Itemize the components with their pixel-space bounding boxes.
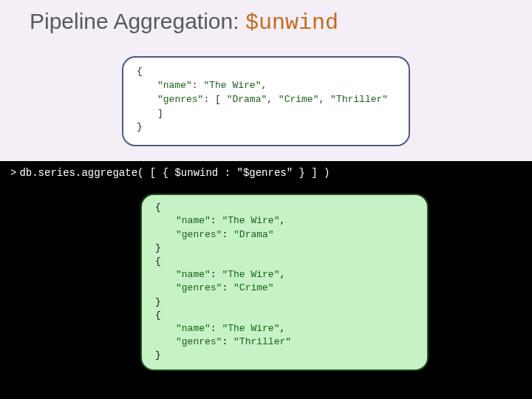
- out2-name-val: "The Wire": [222, 323, 279, 334]
- input-name-key: "name": [157, 80, 192, 91]
- prompt-icon: >: [10, 167, 16, 179]
- brace-open: {: [155, 202, 161, 213]
- sep: :: [211, 215, 222, 226]
- title-text: Pipeline Aggregation:: [30, 9, 245, 33]
- brace-close: }: [137, 121, 143, 132]
- input-genres-v2: "Crime": [279, 94, 319, 105]
- out0-name-val: "The Wire": [222, 215, 279, 226]
- comma: ,: [279, 215, 285, 226]
- out2-genres-val: "Thriller": [233, 336, 291, 347]
- out0-genres-val: "Drama": [233, 229, 274, 240]
- sep: :: [211, 269, 222, 280]
- cmd-after: } ] ): [293, 167, 330, 179]
- command-line: >db.series.aggregate( [ { $unwind : "$ge…: [10, 167, 522, 179]
- out0-name-key: "name": [176, 215, 211, 226]
- sep: :: [222, 336, 233, 347]
- page-title: Pipeline Aggregation: $unwind: [0, 0, 532, 35]
- brace-open: {: [137, 66, 143, 77]
- cmd-before: db.series.aggregate( [ {: [19, 167, 174, 179]
- input-document-box: { "name": "The Wire", "genres": [ "Drama…: [122, 56, 410, 146]
- brace-open: {: [155, 310, 161, 321]
- input-genres-key: "genres": [157, 94, 203, 105]
- sep: :: [192, 80, 204, 91]
- brace-open: {: [155, 256, 161, 267]
- comma: ,: [267, 94, 279, 105]
- out2-name-key: "name": [176, 323, 211, 334]
- out1-name-val: "The Wire": [222, 269, 279, 280]
- cmd-arg: "$genres": [236, 167, 293, 179]
- input-genres-v1: "Drama": [227, 94, 267, 105]
- cmd-operator: $unwind: [174, 167, 218, 179]
- sep: : [: [203, 94, 226, 105]
- array-close: ]: [157, 108, 163, 119]
- comma: ,: [261, 80, 267, 91]
- sep: :: [222, 282, 233, 293]
- brace-close: }: [155, 349, 161, 361]
- comma: ,: [279, 323, 285, 334]
- comma: ,: [279, 269, 285, 280]
- terminal: >db.series.aggregate( [ { $unwind : "$ge…: [0, 161, 532, 399]
- cmd-between: :: [218, 167, 236, 179]
- input-genres-v3: "Thriller": [330, 94, 388, 105]
- brace-close: }: [155, 242, 161, 253]
- brace-close: }: [155, 296, 161, 307]
- input-name-val: "The Wire": [203, 80, 261, 91]
- output-documents-box: { "name": "The Wire", "genres": "Drama" …: [140, 194, 429, 371]
- sep: :: [222, 229, 233, 240]
- out1-genres-key: "genres": [176, 282, 222, 293]
- out1-genres-val: "Crime": [233, 282, 274, 293]
- out0-genres-key: "genres": [176, 229, 222, 240]
- comma: ,: [318, 94, 330, 105]
- title-operator: $unwind: [245, 10, 338, 35]
- out2-genres-key: "genres": [176, 336, 222, 347]
- out1-name-key: "name": [176, 269, 211, 280]
- sep: :: [211, 323, 222, 334]
